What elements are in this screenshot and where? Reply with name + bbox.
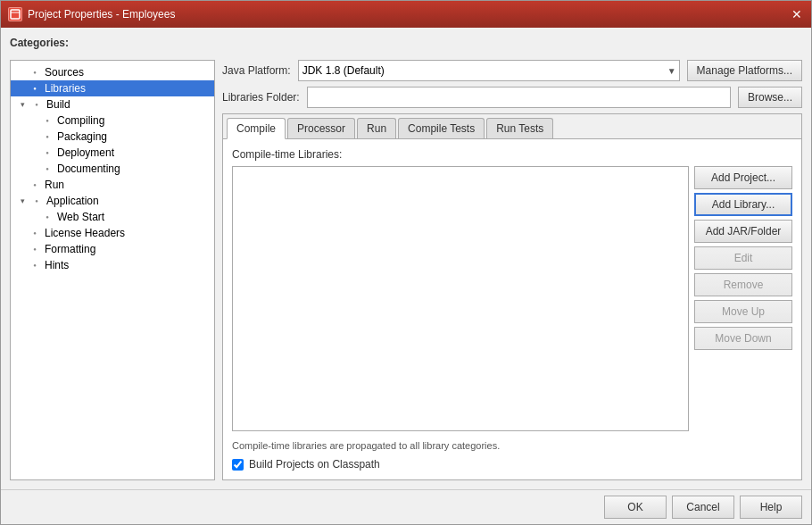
window-body: Categories: Sources Libraries ▾ Bui (1, 28, 811, 489)
libraries-folder-row: Libraries Folder: Browse... (222, 87, 802, 108)
sidebar-item-application[interactable]: ▾ Application (11, 193, 214, 209)
title-bar: Project Properties - Employees ✕ (1, 1, 811, 28)
sidebar-item-libraries[interactable]: Libraries (11, 80, 214, 96)
action-buttons: Add Project... Add Library... Add JAR/Fo… (694, 166, 792, 431)
sidebar-item-run[interactable]: Run (11, 177, 214, 193)
tab-panel: Compile Processor Run Compile Tests Run … (222, 113, 802, 480)
compile-area-row: Add Project... Add Library... Add JAR/Fo… (232, 166, 792, 431)
move-up-button[interactable]: Move Up (694, 300, 792, 323)
categories-label: Categories: (10, 37, 802, 49)
browse-button[interactable]: Browse... (738, 87, 802, 108)
libraries-folder-input[interactable] (307, 87, 731, 108)
build-classpath-row: Build Projects on Classpath (232, 458, 792, 471)
close-button[interactable]: ✕ (790, 7, 804, 21)
sidebar-item-compiling[interactable]: Compiling (11, 112, 214, 129)
tab-content-compile: Compile-time Libraries: Add Project... A… (223, 139, 801, 479)
expander-icon: ▾ (16, 195, 29, 207)
dot-icon (41, 146, 54, 159)
bottom-bar: OK Cancel Help (1, 489, 811, 524)
java-platform-label: Java Platform: (222, 64, 291, 77)
main-content: Sources Libraries ▾ Build Compiling (10, 60, 802, 480)
manage-platforms-button[interactable]: Manage Platforms... (687, 60, 802, 81)
dot-icon (29, 66, 41, 79)
java-platform-row: Java Platform: JDK 1.8 (Default) JDK 11 … (222, 60, 802, 81)
tab-bar: Compile Processor Run Compile Tests Run … (223, 114, 801, 139)
tab-compile[interactable]: Compile (227, 118, 286, 139)
java-platform-select-wrapper: JDK 1.8 (Default) JDK 11 JDK 17 ▼ (298, 60, 680, 81)
sidebar-item-license-headers[interactable]: License Headers (11, 225, 214, 241)
dot-icon (30, 195, 43, 207)
dot-icon (29, 179, 41, 191)
add-project-button[interactable]: Add Project... (694, 166, 792, 189)
propagate-note: Compile-time libraries are propagated to… (232, 437, 792, 453)
dot-icon (41, 211, 54, 223)
categories-tree: Sources Libraries ▾ Build Compiling (10, 60, 215, 480)
tab-run[interactable]: Run (357, 118, 396, 138)
dot-icon (29, 243, 41, 255)
library-list[interactable] (232, 166, 689, 431)
title-bar-left: Project Properties - Employees (8, 7, 175, 21)
add-jar-button[interactable]: Add JAR/Folder (694, 220, 792, 243)
dot-icon (29, 227, 41, 239)
sidebar-item-sources[interactable]: Sources (11, 64, 214, 80)
dot-icon (41, 162, 54, 175)
dot-icon (29, 259, 41, 271)
tab-run-tests[interactable]: Run Tests (486, 118, 553, 138)
svg-rect-0 (11, 10, 20, 19)
cancel-button[interactable]: Cancel (672, 496, 734, 519)
sidebar-item-documenting[interactable]: Documenting (11, 161, 214, 177)
java-platform-select[interactable]: JDK 1.8 (Default) JDK 11 JDK 17 (298, 60, 680, 81)
build-classpath-label: Build Projects on Classpath (249, 458, 380, 471)
ok-button[interactable]: OK (604, 496, 667, 519)
dot-icon (30, 98, 43, 111)
sidebar-item-build[interactable]: ▾ Build (11, 96, 214, 112)
dot-icon (29, 82, 41, 95)
dot-icon (41, 130, 54, 143)
sidebar-item-deployment[interactable]: Deployment (11, 145, 214, 161)
right-panel: Java Platform: JDK 1.8 (Default) JDK 11 … (222, 60, 802, 480)
dot-icon (41, 114, 54, 127)
libraries-folder-label: Libraries Folder: (222, 91, 300, 104)
window-title: Project Properties - Employees (28, 8, 175, 21)
tab-compile-tests[interactable]: Compile Tests (398, 118, 485, 138)
expander-icon: ▾ (16, 98, 29, 111)
add-library-button[interactable]: Add Library... (694, 193, 792, 216)
tab-processor[interactable]: Processor (287, 118, 355, 138)
sidebar-item-web-start[interactable]: Web Start (11, 209, 214, 225)
sidebar-item-hints[interactable]: Hints (11, 257, 214, 273)
help-button[interactable]: Help (740, 496, 802, 519)
compile-time-label: Compile-time Libraries: (232, 148, 792, 161)
edit-button[interactable]: Edit (694, 246, 792, 270)
project-properties-window: Project Properties - Employees ✕ Categor… (0, 0, 812, 525)
remove-button[interactable]: Remove (694, 273, 792, 296)
window-icon (8, 7, 22, 21)
sidebar-item-formatting[interactable]: Formatting (11, 241, 214, 257)
sidebar-item-packaging[interactable]: Packaging (11, 129, 214, 145)
move-down-button[interactable]: Move Down (694, 327, 792, 350)
build-classpath-checkbox[interactable] (232, 459, 244, 471)
